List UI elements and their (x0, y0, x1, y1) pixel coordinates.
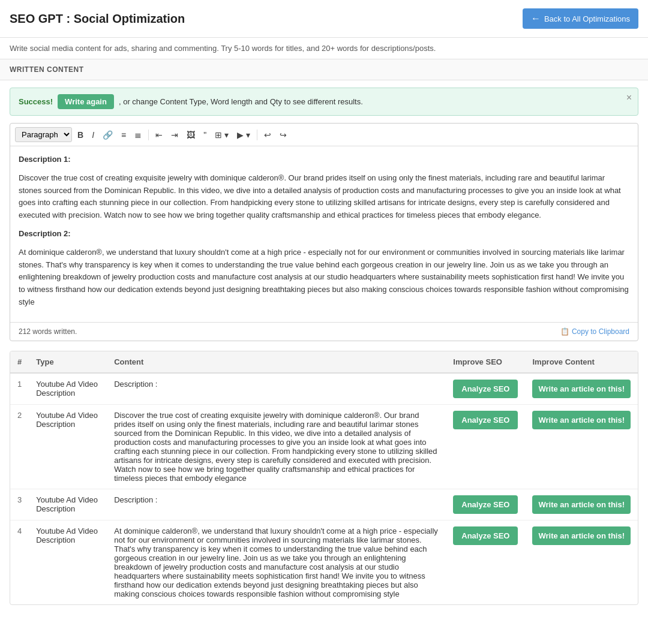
unordered-list-button[interactable]: ≡ (118, 128, 129, 142)
row-analyze-seo[interactable]: Analyze SEO (446, 373, 525, 405)
redo-button[interactable]: ↪ (277, 128, 290, 142)
quote-button[interactable]: " (200, 128, 209, 142)
col-type: Type (29, 351, 107, 373)
write-article-button[interactable]: Write an article on this! (532, 411, 631, 429)
link-button[interactable]: 🔗 (100, 128, 116, 142)
indent-in-button[interactable]: ⇥ (168, 128, 181, 142)
col-number: # (10, 351, 29, 373)
section-label: WRITTEN CONTENT (0, 59, 648, 80)
page-subtitle: Write social media content for ads, shar… (0, 38, 648, 59)
back-arrow-icon: ← (531, 13, 541, 24)
write-again-button[interactable]: Write again (58, 94, 114, 109)
embed-button[interactable]: ▶ ▾ (234, 128, 253, 142)
row-write-article[interactable]: Write an article on this! (525, 373, 638, 405)
copy-to-clipboard-button[interactable]: 📋 Copy to Clipboard (560, 327, 629, 336)
row-content: Description : (107, 373, 446, 405)
analyze-seo-button[interactable]: Analyze SEO (453, 380, 518, 398)
page-title: SEO GPT : Social Optimization (10, 12, 185, 26)
copy-icon: 📋 (560, 327, 569, 336)
table-row: 3 Youtube Ad Video Description Descripti… (10, 489, 638, 520)
copy-label: Copy to Clipboard (572, 327, 629, 336)
analyze-seo-button[interactable]: Analyze SEO (453, 495, 518, 514)
row-write-article[interactable]: Write an article on this! (525, 489, 638, 520)
write-article-button[interactable]: Write an article on this! (532, 526, 631, 545)
image-button[interactable]: 🖼 (184, 128, 198, 142)
row-type: Youtube Ad Video Description (29, 489, 107, 520)
close-banner-button[interactable]: × (626, 93, 632, 103)
row-content: Description : (107, 489, 446, 520)
success-label: Success! (19, 97, 53, 106)
page-header: SEO GPT : Social Optimization ← Back to … (0, 0, 648, 38)
table-row: 4 Youtube Ad Video Description At domini… (10, 520, 638, 604)
table-button[interactable]: ⊞ ▾ (212, 128, 232, 142)
row-number: 2 (10, 404, 29, 489)
desc1-text: Discover the true cost of creating exqui… (19, 172, 629, 222)
editor-toolbar: ParagraphHeading 1Heading 2Heading 3 B I… (10, 124, 638, 146)
row-analyze-seo[interactable]: Analyze SEO (446, 520, 525, 604)
results-table-wrapper: # Type Content Improve SEO Improve Conte… (10, 351, 638, 605)
row-number: 1 (10, 373, 29, 405)
row-analyze-seo[interactable]: Analyze SEO (446, 489, 525, 520)
row-number: 3 (10, 489, 29, 520)
row-write-article[interactable]: Write an article on this! (525, 404, 638, 489)
row-content: At dominique calderon®, we understand th… (107, 520, 446, 604)
word-count: 212 words written. (19, 327, 77, 336)
paragraph-select[interactable]: ParagraphHeading 1Heading 2Heading 3 (15, 127, 72, 142)
bold-button[interactable]: B (74, 128, 86, 142)
indent-out-button[interactable]: ⇤ (152, 128, 166, 142)
desc1-label: Description 1: (19, 154, 629, 166)
editor-footer: 212 words written. 📋 Copy to Clipboard (10, 322, 638, 341)
analyze-seo-button[interactable]: Analyze SEO (453, 526, 518, 545)
back-button-label: Back to All Optimizations (544, 14, 630, 23)
write-article-button[interactable]: Write an article on this! (532, 495, 631, 514)
col-improve-content: Improve Content (525, 351, 638, 373)
row-write-article[interactable]: Write an article on this! (525, 520, 638, 604)
editor-content[interactable]: Description 1: Discover the true cost of… (10, 146, 638, 322)
col-content: Content (107, 351, 446, 373)
results-table: # Type Content Improve SEO Improve Conte… (10, 351, 638, 604)
toolbar-divider-1 (148, 130, 149, 140)
row-type: Youtube Ad Video Description (29, 520, 107, 604)
toolbar-divider-2 (257, 130, 257, 140)
table-header-row: # Type Content Improve SEO Improve Conte… (10, 351, 638, 373)
write-article-button[interactable]: Write an article on this! (532, 380, 631, 398)
table-row: 1 Youtube Ad Video Description Descripti… (10, 373, 638, 405)
desc2-text: At dominique calderon®, we understand th… (19, 246, 629, 309)
row-analyze-seo[interactable]: Analyze SEO (446, 404, 525, 489)
row-type: Youtube Ad Video Description (29, 373, 107, 405)
desc2-label: Description 2: (19, 228, 629, 240)
success-banner: Success! Write again , or change Content… (10, 88, 638, 116)
row-content: Discover the true cost of creating exqui… (107, 404, 446, 489)
editor-container: ParagraphHeading 1Heading 2Heading 3 B I… (10, 123, 638, 341)
italic-button[interactable]: I (89, 128, 97, 142)
back-button[interactable]: ← Back to All Optimizations (523, 8, 638, 29)
undo-button[interactable]: ↩ (261, 128, 274, 142)
banner-message: , or change Content Type, Word length an… (119, 97, 363, 106)
row-number: 4 (10, 520, 29, 604)
analyze-seo-button[interactable]: Analyze SEO (453, 411, 518, 429)
row-type: Youtube Ad Video Description (29, 404, 107, 489)
ordered-list-button[interactable]: ≣ (131, 128, 145, 142)
col-improve-seo: Improve SEO (446, 351, 525, 373)
table-row: 2 Youtube Ad Video Description Discover … (10, 404, 638, 489)
